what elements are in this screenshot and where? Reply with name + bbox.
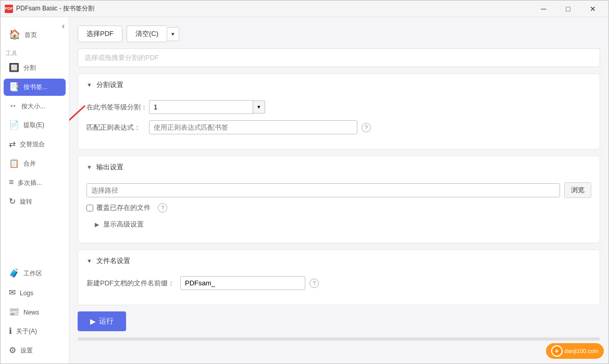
sidebar-item-settings[interactable]: ⚙ 设置 [4,342,66,359]
sidebar-home-label: 首页 [24,31,37,40]
sidebar-item-news[interactable]: 📰 News [4,304,66,321]
split-settings-body: 在此书签等级分割： ▾ 匹配正则表达式： ? [78,96,600,149]
settings-icon: ⚙ [9,345,16,355]
alternatemix-icon: ⇄ [9,139,16,149]
filename-settings-title: 文件名设置 [96,256,130,266]
select-pdf-button[interactable]: 选择PDF [78,26,122,42]
filename-settings-header[interactable]: ▼ 文件名设置 [78,250,600,272]
regex-label: 匹配正则表达式： [86,123,149,132]
level-dropdown-button[interactable]: ▾ [253,101,265,114]
output-settings-title: 输出设置 [96,162,123,172]
tools-section-title: 工具 [1,46,69,58]
sidebar-item-split[interactable]: 🔲 分割 [4,59,66,77]
level-label: 在此书签等级分割： [86,103,149,112]
app-window: PDF PDFsam Basic - 按书签分割 ─ □ ✕ ‹ 🏠 首页 工具… [0,0,609,364]
output-settings-body: 浏览 覆盖已存在的文件 ? ▶ 显示高级设置 [78,178,600,243]
overwrite-help-icon[interactable]: ? [158,203,167,212]
path-row: 浏览 [86,182,591,198]
run-icon: ▶ [90,317,96,325]
filename-settings-arrow: ▼ [86,258,92,264]
extract-icon: 📄 [9,120,19,130]
sidebar-item-multi-merge[interactable]: ≡ 多次插... [4,174,66,191]
home-icon: 🏠 [9,29,20,40]
prefix-label: 新建PDF文档的文件名前缀： [86,279,180,288]
prefix-input[interactable] [180,276,305,290]
minimize-button[interactable]: ─ [532,1,555,17]
level-input-group: ▾ [149,100,265,114]
overwrite-label: 覆盖已存在的文件 [96,203,151,212]
regex-row: 匹配正则表达式： ? [86,120,591,134]
news-icon: 📰 [9,307,19,317]
maximize-button[interactable]: □ [556,1,580,17]
sidebar-collapse-button[interactable]: ‹ [62,21,65,31]
sidebar-item-rotate[interactable]: ↻ 旋转 [4,193,66,210]
clear-button[interactable]: 清空(C) [127,26,167,42]
file-drop-area[interactable]: 选择或拖拽要分割的PDF [78,48,600,67]
split-icon: 🔲 [9,62,19,72]
level-row: 在此书签等级分割： ▾ [86,100,591,114]
output-settings-section: ▼ 输出设置 浏览 覆盖已存在的文件 ? [78,156,600,243]
window-title: PDFsam Basic - 按书签分割 [16,4,532,13]
workspace-icon: 🧳 [9,268,19,278]
output-settings-arrow: ▼ [86,164,92,170]
run-button[interactable]: ▶ 运行 [78,311,126,331]
app-icon-text: PDF [5,6,13,11]
watermark-circle-text: + [554,347,558,355]
clear-split-button: 清空(C) ▾ [127,26,179,42]
app-icon: PDF [5,5,13,13]
run-area: ▶ 运行 [78,311,600,331]
sidebar-item-workspace[interactable]: 🧳 工作区 [4,265,66,282]
split-settings-section: ▼ 分割设置 在此书签等级分割： ▾ 匹配正则表达式： [78,73,600,149]
split-settings-title: 分割设置 [96,80,123,90]
about-icon: ℹ [9,326,12,336]
output-path-input[interactable] [86,183,560,197]
sidebar: ‹ 🏠 首页 工具 🔲 分割 📑 按书签... ↔ 按大小... [1,17,69,363]
main-layout: ‹ 🏠 首页 工具 🔲 分割 📑 按书签... ↔ 按大小... [1,17,608,363]
rotate-icon: ↻ [9,196,16,206]
split-settings-header[interactable]: ▼ 分割设置 [78,74,600,96]
titlebar: PDF PDFsam Basic - 按书签分割 ─ □ ✕ [1,1,608,17]
sidebar-item-logs[interactable]: ✉ Logs [4,284,66,302]
filename-settings-section: ▼ 文件名设置 新建PDF文档的文件名前缀： ? [78,249,600,305]
sidebar-item-about[interactable]: ℹ 关于(A) [4,323,66,340]
regex-help-icon[interactable]: ? [362,123,371,132]
advanced-label: 显示高级设置 [103,220,144,229]
watermark-site: danji100.com [565,348,599,354]
sidebar-item-bookmark-split[interactable]: 📑 按书签... [4,79,66,96]
size-split-icon: ↔ [9,101,17,110]
bookmark-split-icon: 📑 [9,82,19,92]
prefix-row: 新建PDF文档的文件名前缀： ? [86,276,591,290]
multi-merge-icon: ≡ [9,178,14,187]
advanced-arrow: ▶ [95,221,99,228]
regex-input[interactable] [149,120,357,134]
prefix-help-icon[interactable]: ? [309,279,319,288]
sidebar-item-home[interactable]: 🏠 首页 [4,24,66,45]
watermark: + danji100.com [546,343,604,359]
browse-button[interactable]: 浏览 [564,182,591,198]
output-settings-header[interactable]: ▼ 输出设置 [78,156,600,178]
progress-area [78,337,600,341]
advanced-settings-row[interactable]: ▶ 显示高级设置 [86,215,591,234]
sidebar-item-alternatemix[interactable]: ⇄ 交替混合 [4,136,66,153]
sidebar-item-merge[interactable]: 📋 合并 [4,155,66,172]
content-area: 选择PDF 清空(C) ▾ 选择或拖拽要分割的PDF ▼ 分割设置 [69,17,608,363]
merge-icon: 📋 [9,158,19,168]
clear-dropdown-button[interactable]: ▾ [167,27,179,41]
sidebar-item-extract[interactable]: 📄 提取(E) [4,117,66,134]
level-input[interactable] [149,100,253,114]
close-button[interactable]: ✕ [581,1,604,17]
run-label: 运行 [99,317,114,326]
watermark-circle: + [551,345,563,357]
file-input-placeholder: 选择或拖拽要分割的PDF [84,54,159,61]
progress-bar-container [78,337,600,341]
window-controls: ─ □ ✕ [532,1,604,17]
filename-settings-body: 新建PDF文档的文件名前缀： ? [78,272,600,305]
logs-icon: ✉ [9,287,16,297]
toolbar: 选择PDF 清空(C) ▾ [78,26,600,42]
overwrite-checkbox[interactable] [86,205,93,211]
overwrite-row: 覆盖已存在的文件 ? [86,203,591,212]
split-settings-arrow: ▼ [86,82,92,88]
sidebar-item-size-split[interactable]: ↔ 按大小... [4,98,66,115]
